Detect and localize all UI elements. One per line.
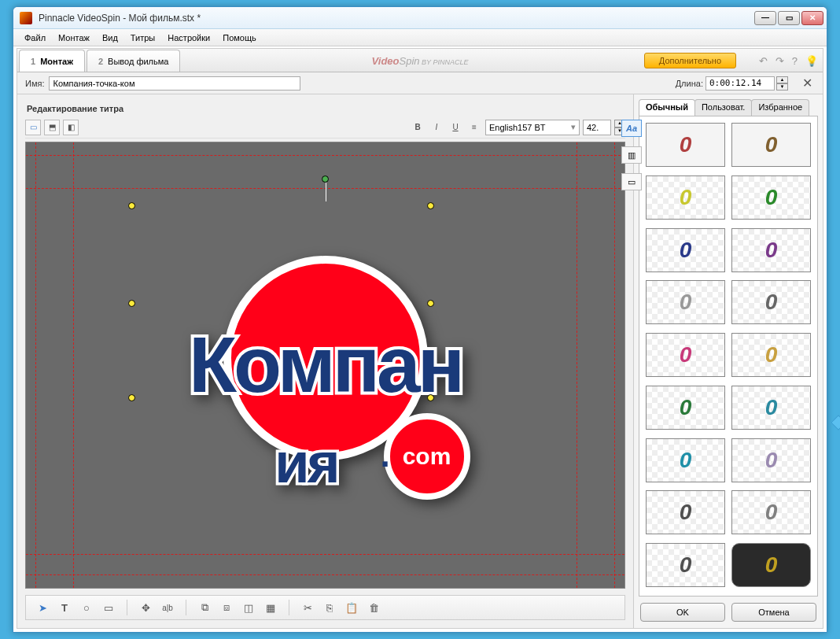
- duration-spinner[interactable]: ▲▼: [776, 76, 788, 90]
- text-tool-icon[interactable]: T: [56, 599, 73, 616]
- extra-button[interactable]: Дополнительно: [644, 53, 736, 68]
- section-title: Редактирование титра: [25, 101, 625, 120]
- sidebar-handle-icon[interactable]: [831, 415, 840, 430]
- style-tab-custom[interactable]: Пользоват.: [694, 99, 752, 116]
- backgrounds-icon[interactable]: ▥: [621, 146, 642, 164]
- duration-input[interactable]: [706, 76, 775, 90]
- titlebar[interactable]: Pinnacle VideoSpin - Мой фильм.stx * — ▭…: [13, 7, 827, 29]
- ok-button[interactable]: OK: [640, 603, 725, 622]
- bulb-icon[interactable]: 💡: [805, 55, 818, 67]
- tab-export[interactable]: 2Вывод фильма: [87, 50, 180, 72]
- window-title: Pinnacle VideoSpin - Мой фильм.stx *: [35, 13, 754, 24]
- kerning-tool-icon[interactable]: a|b: [159, 599, 176, 616]
- layout-full-icon[interactable]: ▭: [25, 120, 41, 135]
- font-select[interactable]: English157 BT: [485, 120, 580, 135]
- style-swatch[interactable]: 0: [731, 175, 811, 220]
- align-icon[interactable]: ≡: [466, 120, 482, 135]
- paste-icon[interactable]: 📋: [343, 599, 360, 616]
- handle-tr[interactable]: [427, 202, 434, 209]
- dotcom-badge: com: [384, 413, 470, 500]
- bold-icon[interactable]: B: [410, 120, 426, 135]
- ellipse-tool-icon[interactable]: ○: [78, 599, 95, 616]
- undo-icon[interactable]: ↶: [759, 55, 768, 67]
- font-size-input[interactable]: 42.: [583, 120, 611, 135]
- menu-file[interactable]: Файл: [18, 31, 52, 45]
- handle-tl[interactable]: [128, 202, 135, 209]
- style-swatch[interactable]: 0: [731, 123, 811, 167]
- tab-montage[interactable]: 1Монтаж: [19, 50, 85, 72]
- window-controls: — ▭ ✕: [754, 11, 823, 25]
- grid-icon[interactable]: ▦: [262, 599, 279, 616]
- underline-icon[interactable]: U: [448, 120, 463, 135]
- text-style-icon[interactable]: Aa: [621, 120, 642, 137]
- app-icon: [20, 12, 32, 24]
- style-swatch[interactable]: 0: [731, 280, 811, 324]
- cancel-button[interactable]: Отмена: [731, 603, 816, 622]
- style-swatch[interactable]: 0: [646, 333, 725, 377]
- layout-left-icon[interactable]: ◧: [63, 120, 79, 135]
- layout-bottom-icon[interactable]: ⬒: [44, 120, 60, 135]
- main-tabbar: 1Монтаж 2Вывод фильма VideoSpin BY PINNA…: [17, 49, 823, 72]
- close-editor-icon[interactable]: ✕: [799, 76, 815, 91]
- style-swatch[interactable]: 0: [731, 228, 811, 272]
- app-body: 1Монтаж 2Вывод фильма VideoSpin BY PINNA…: [17, 48, 823, 629]
- style-swatch[interactable]: 0: [731, 490, 811, 534]
- name-label: Имя:: [25, 79, 44, 88]
- style-tab-standard[interactable]: Обычный: [639, 99, 695, 116]
- delete-icon[interactable]: 🗑: [365, 599, 382, 616]
- align-tool-icon[interactable]: ◫: [240, 599, 257, 616]
- bottom-toolbar: ➤ T ○ ▭ ✥ a|b ⧉ ⧇ ◫ ▦ ✂ ⎘ 📋 🗑: [25, 595, 625, 620]
- style-swatch[interactable]: 0: [731, 438, 811, 482]
- style-tab-fav[interactable]: Избранное: [751, 99, 809, 116]
- pointer-tool-icon[interactable]: ➤: [34, 599, 51, 616]
- menu-titles[interactable]: Титры: [124, 31, 161, 45]
- ungroup-icon[interactable]: ⧇: [218, 599, 235, 616]
- italic-icon[interactable]: I: [429, 120, 444, 135]
- help-icon[interactable]: ?: [792, 55, 798, 67]
- copy-icon[interactable]: ⎘: [321, 599, 338, 616]
- name-input[interactable]: [49, 76, 300, 90]
- handle-ml[interactable]: [128, 300, 135, 307]
- style-swatch[interactable]: 0: [731, 386, 811, 430]
- style-swatch[interactable]: 0: [646, 123, 725, 167]
- group-icon[interactable]: ⧉: [196, 599, 213, 616]
- tabbar-icons: ↶ ↷ ? 💡: [759, 55, 818, 67]
- style-swatch[interactable]: 0: [646, 386, 725, 430]
- handle-br[interactable]: [427, 394, 434, 401]
- style-tabs: Обычный Пользоват. Избранное: [639, 99, 818, 116]
- style-swatch[interactable]: 0: [731, 543, 811, 587]
- close-button[interactable]: ✕: [801, 11, 823, 25]
- app-window: Pinnacle VideoSpin - Мой фильм.stx * — ▭…: [13, 6, 827, 633]
- title-toolbar: ▭ ⬒ ◧ B I U ≡ English157 BT 42. ▲▼: [25, 120, 625, 139]
- style-grid: 000000000000000000: [639, 116, 818, 597]
- title-object[interactable]: Компан ия com: [121, 256, 530, 492]
- handle-mr[interactable]: [427, 300, 434, 307]
- brand-logo: VideoSpin BY PINNACLE: [372, 55, 469, 67]
- menu-edit[interactable]: Монтаж: [52, 31, 96, 45]
- dialog-buttons: OK Отмена: [639, 597, 818, 623]
- minimize-button[interactable]: —: [754, 11, 776, 25]
- cut-icon[interactable]: ✂: [299, 599, 316, 616]
- redo-icon[interactable]: ↷: [776, 55, 784, 67]
- style-swatch[interactable]: 0: [731, 333, 811, 377]
- rect-tool-icon[interactable]: ▭: [100, 599, 117, 616]
- maximize-button[interactable]: ▭: [778, 11, 800, 25]
- handle-bl[interactable]: [128, 394, 135, 401]
- menu-settings[interactable]: Настройки: [161, 31, 216, 45]
- move-tool-icon[interactable]: ✥: [137, 599, 154, 616]
- menubar: Файл Монтаж Вид Титры Настройки Помощь: [13, 29, 827, 46]
- style-swatch[interactable]: 0: [646, 490, 725, 534]
- style-swatch[interactable]: 0: [646, 175, 725, 220]
- side-strip: Aa ▥ ▭: [620, 120, 643, 190]
- pictures-icon[interactable]: ▭: [621, 173, 642, 190]
- rotate-line: [326, 183, 326, 201]
- rotate-handle[interactable]: [322, 175, 329, 183]
- style-swatch[interactable]: 0: [646, 438, 725, 482]
- style-swatch[interactable]: 0: [646, 228, 725, 272]
- menu-help[interactable]: Помощь: [216, 31, 263, 45]
- title-text-line1: Компан: [189, 320, 462, 410]
- title-canvas[interactable]: Компан ия com: [25, 142, 625, 589]
- style-swatch[interactable]: 0: [646, 543, 725, 587]
- menu-view[interactable]: Вид: [96, 31, 124, 45]
- style-swatch[interactable]: 0: [646, 280, 725, 324]
